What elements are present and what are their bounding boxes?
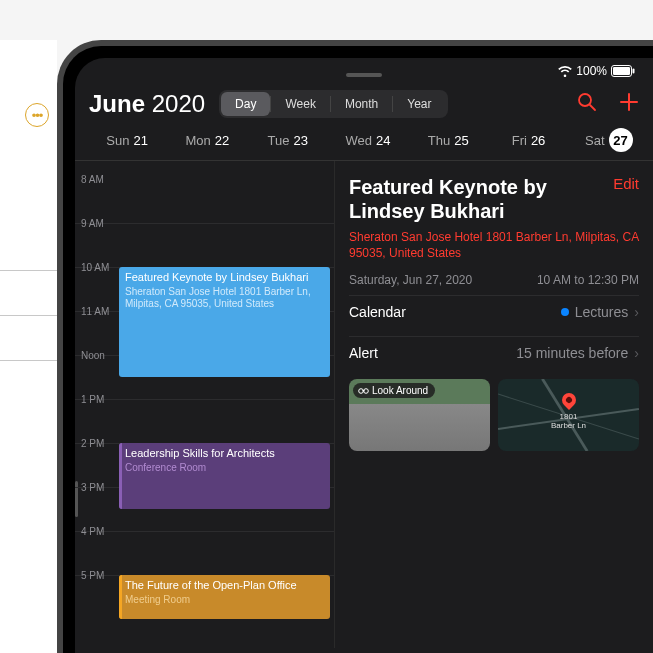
day-sun-21[interactable]: Sun 21	[87, 128, 167, 152]
calendar-value: Lectures	[575, 304, 629, 320]
view-month[interactable]: Month	[331, 92, 392, 116]
hour-line	[75, 531, 334, 532]
map-address-label: 1801 Barber Ln	[551, 412, 586, 430]
calendar-main: 8 AM 9 AM 10 AM 11 AM Noon 1 PM 2 PM 3 P…	[75, 161, 653, 648]
detail-title: Featured Keynote by Lindsey Bukhari	[349, 175, 613, 223]
hour-label: 2 PM	[81, 438, 104, 449]
ipad-frame: 100% June 2020 Day Week Month Year	[57, 40, 653, 653]
edit-button[interactable]: Edit	[613, 175, 639, 192]
view-day[interactable]: Day	[221, 92, 270, 116]
battery-icon	[611, 65, 635, 77]
svg-line-4	[590, 105, 595, 110]
detail-time-value: 10 AM to 12:30 PM	[537, 273, 639, 287]
notes-rule-line	[0, 360, 57, 361]
battery-percentage: 100%	[576, 64, 607, 78]
svg-rect-1	[613, 67, 630, 75]
day-sat-27[interactable]: Sat 27	[569, 128, 649, 152]
event-location: Conference Room	[125, 462, 324, 475]
event-title: Leadership Skills for Architects	[125, 447, 324, 461]
search-icon[interactable]	[577, 92, 597, 117]
event-location: Sheraton San Jose Hotel 1801 Barber Ln, …	[125, 286, 324, 311]
detail-header: Featured Keynote by Lindsey Bukhari Edit	[349, 175, 639, 223]
multitasking-handle[interactable]	[346, 73, 382, 77]
day-timeline[interactable]: 8 AM 9 AM 10 AM 11 AM Noon 1 PM 2 PM 3 P…	[75, 161, 335, 648]
calendar-app: 100% June 2020 Day Week Month Year	[75, 58, 653, 653]
alert-row[interactable]: Alert 15 minutes before ›	[349, 336, 639, 369]
hour-line	[75, 399, 334, 400]
hour-label: 1 PM	[81, 394, 104, 405]
event-color-bar	[119, 443, 122, 509]
month-year-label[interactable]: June 2020	[89, 90, 205, 118]
add-event-icon[interactable]	[619, 92, 639, 117]
view-switcher: Day Week Month Year	[219, 90, 447, 118]
chevron-right-icon: ›	[634, 304, 639, 320]
lookaround-badge: Look Around	[353, 383, 435, 398]
view-week[interactable]: Week	[271, 92, 329, 116]
header-actions	[577, 92, 639, 117]
weekday-selector: Sun 21 Mon 22 Tue 23 Wed 24 Thu 25 Fri 2…	[75, 128, 653, 161]
detail-location[interactable]: Sheraton San Jose Hotel 1801 Barber Ln, …	[349, 229, 639, 261]
hour-label: 11 AM	[81, 306, 109, 317]
ellipsis-icon: •••	[32, 108, 43, 123]
hour-label: Noon	[81, 350, 105, 361]
hour-label: 3 PM	[81, 482, 104, 493]
split-view-secondary-app: •••	[0, 40, 57, 653]
day-wed-24[interactable]: Wed 24	[328, 128, 408, 152]
day-mon-22[interactable]: Mon 22	[167, 128, 247, 152]
hour-label: 9 AM	[81, 218, 104, 229]
map-previews: Look Around 1801 Barber Ln	[349, 379, 639, 451]
svg-rect-2	[633, 69, 635, 74]
calendar-label: Calendar	[349, 304, 406, 320]
event-openplan[interactable]: The Future of the Open-Plan Office Meeti…	[119, 575, 330, 619]
calendar-header: June 2020 Day Week Month Year	[75, 84, 653, 128]
wifi-icon	[558, 65, 572, 77]
day-fri-26[interactable]: Fri 26	[488, 128, 568, 152]
svg-rect-9	[363, 390, 365, 391]
day-tue-23[interactable]: Tue 23	[248, 128, 328, 152]
event-title: Featured Keynote by Lindsey Bukhari	[125, 271, 324, 285]
event-keynote[interactable]: Featured Keynote by Lindsey Bukhari Sher…	[119, 267, 330, 377]
binoculars-icon	[358, 385, 369, 396]
more-options-button[interactable]: •••	[25, 103, 49, 127]
notes-rule-line	[0, 270, 57, 271]
calendar-row[interactable]: Calendar Lectures ›	[349, 295, 639, 328]
detail-date-value: Saturday, Jun 27, 2020	[349, 273, 472, 287]
view-year[interactable]: Year	[393, 92, 445, 116]
map-tile[interactable]: 1801 Barber Ln	[498, 379, 639, 451]
lookaround-tile[interactable]: Look Around	[349, 379, 490, 451]
notes-rule-line	[0, 315, 57, 316]
status-bar: 100%	[75, 58, 653, 84]
hour-label: 10 AM	[81, 262, 109, 273]
event-location: Meeting Room	[125, 594, 324, 607]
calendar-color-dot	[561, 308, 569, 316]
svg-point-3	[579, 94, 591, 106]
event-color-bar	[119, 575, 122, 619]
hour-line	[75, 223, 334, 224]
hour-label: 4 PM	[81, 526, 104, 537]
hour-label: 5 PM	[81, 570, 104, 581]
hour-label: 8 AM	[81, 174, 104, 185]
chevron-right-icon: ›	[634, 345, 639, 361]
alert-value: 15 minutes before	[516, 345, 628, 361]
alert-label: Alert	[349, 345, 378, 361]
detail-datetime: Saturday, Jun 27, 2020 10 AM to 12:30 PM	[349, 273, 639, 287]
event-title: The Future of the Open-Plan Office	[125, 579, 324, 593]
event-detail-pane: Featured Keynote by Lindsey Bukhari Edit…	[335, 161, 653, 648]
event-leadership[interactable]: Leadership Skills for Architects Confere…	[119, 443, 330, 509]
day-thu-25[interactable]: Thu 25	[408, 128, 488, 152]
